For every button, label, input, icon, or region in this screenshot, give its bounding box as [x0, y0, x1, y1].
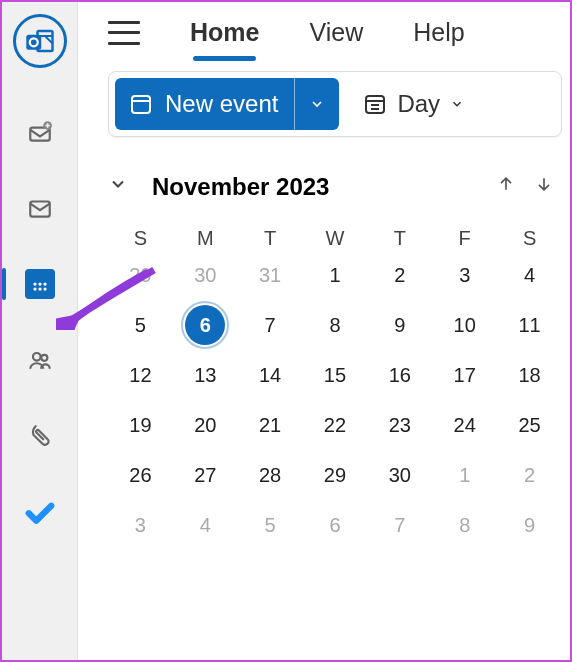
date-cell[interactable]: 2 [497, 450, 562, 500]
date-cell[interactable]: 17 [432, 350, 497, 400]
date-cell[interactable]: 8 [432, 500, 497, 550]
date-cell[interactable]: 29 [303, 450, 368, 500]
left-rail [2, 2, 78, 660]
date-cell[interactable]: 7 [238, 300, 303, 350]
date-cell[interactable]: 13 [173, 350, 238, 400]
month-header: November 2023 [108, 173, 562, 201]
tab-help[interactable]: Help [413, 18, 464, 47]
svg-point-7 [33, 282, 36, 285]
svg-point-14 [41, 355, 47, 361]
date-cell[interactable]: 25 [497, 400, 562, 450]
calendar-day-icon [129, 92, 153, 116]
month-title: November 2023 [152, 173, 478, 201]
outlook-logo[interactable] [13, 14, 67, 68]
date-cell[interactable]: 26 [108, 450, 173, 500]
date-cell[interactable]: 30 [367, 450, 432, 500]
date-row: 12131415161718 [108, 350, 562, 400]
todo-icon[interactable] [20, 492, 60, 532]
date-cell[interactable]: 15 [303, 350, 368, 400]
day-icon [363, 92, 387, 116]
files-icon[interactable] [20, 416, 60, 456]
date-cell[interactable]: 28 [238, 450, 303, 500]
dow-cell: W [303, 227, 368, 250]
svg-rect-15 [132, 96, 150, 113]
tab-home[interactable]: Home [190, 18, 259, 47]
svg-point-11 [38, 287, 41, 290]
date-cell[interactable]: 5 [238, 500, 303, 550]
date-row: 2930311234 [108, 250, 562, 300]
new-event-label: New event [153, 90, 294, 118]
date-cell[interactable]: 23 [367, 400, 432, 450]
date-cell[interactable]: 3 [432, 250, 497, 300]
dow-cell: T [367, 227, 432, 250]
date-cell[interactable]: 4 [173, 500, 238, 550]
dow-cell: T [238, 227, 303, 250]
chevron-down-icon [450, 97, 464, 111]
date-cell[interactable]: 24 [432, 400, 497, 450]
day-view-button[interactable]: Day [349, 78, 472, 130]
date-cell[interactable]: 27 [173, 450, 238, 500]
date-cell[interactable]: 9 [497, 500, 562, 550]
outlook-icon [25, 26, 55, 56]
date-cell[interactable]: 11 [497, 300, 562, 350]
hamburger-icon[interactable] [108, 21, 140, 45]
date-row: 567891011 [108, 300, 562, 350]
people-icon[interactable] [20, 340, 60, 380]
date-cell[interactable]: 14 [238, 350, 303, 400]
date-cell[interactable]: 2 [367, 250, 432, 300]
date-cell[interactable]: 8 [303, 300, 368, 350]
prev-month-button[interactable] [496, 174, 516, 200]
dow-cell: S [497, 227, 562, 250]
date-row: 19202122232425 [108, 400, 562, 450]
svg-rect-1 [26, 35, 41, 50]
day-of-week-row: SMTWTFS [108, 227, 562, 250]
dow-cell: S [108, 227, 173, 250]
date-row: 3456789 [108, 500, 562, 550]
svg-point-8 [38, 282, 41, 285]
date-cell[interactable]: 21 [238, 400, 303, 450]
calendar-icon[interactable] [20, 264, 60, 304]
svg-point-12 [43, 287, 46, 290]
svg-point-9 [43, 282, 46, 285]
date-cell[interactable]: 10 [432, 300, 497, 350]
date-cell[interactable]: 4 [497, 250, 562, 300]
new-event-button[interactable]: New event [115, 78, 339, 130]
chevron-down-icon [309, 96, 325, 112]
date-cell[interactable]: 9 [367, 300, 432, 350]
date-cell[interactable]: 22 [303, 400, 368, 450]
main-content: Home View Help New event Day November 20… [78, 2, 570, 660]
date-cell[interactable]: 3 [108, 500, 173, 550]
toolbar: New event Day [108, 71, 562, 137]
dow-cell: F [432, 227, 497, 250]
date-cell[interactable]: 5 [108, 300, 173, 350]
date-cell[interactable]: 16 [367, 350, 432, 400]
collapse-icon[interactable] [108, 174, 128, 200]
date-cell[interactable]: 31 [238, 250, 303, 300]
tabs-row: Home View Help [108, 18, 562, 47]
tab-view[interactable]: View [309, 18, 363, 47]
date-cell[interactable]: 6 [173, 300, 238, 350]
day-label: Day [397, 90, 440, 118]
dow-cell: M [173, 227, 238, 250]
date-cell[interactable]: 18 [497, 350, 562, 400]
date-cell[interactable]: 20 [173, 400, 238, 450]
date-cell[interactable]: 1 [303, 250, 368, 300]
calendar-grid: 2930311234567891011121314151617181920212… [108, 250, 562, 550]
date-cell[interactable]: 12 [108, 350, 173, 400]
new-mail-icon[interactable] [20, 112, 60, 152]
date-cell[interactable]: 30 [173, 250, 238, 300]
next-month-button[interactable] [534, 174, 554, 200]
new-event-dropdown[interactable] [294, 78, 339, 130]
svg-point-10 [33, 287, 36, 290]
date-cell[interactable]: 29 [108, 250, 173, 300]
date-row: 262728293012 [108, 450, 562, 500]
svg-point-13 [32, 353, 40, 361]
date-cell[interactable]: 1 [432, 450, 497, 500]
date-cell[interactable]: 19 [108, 400, 173, 450]
date-cell[interactable]: 6 [303, 500, 368, 550]
mail-icon[interactable] [20, 188, 60, 228]
date-cell[interactable]: 7 [367, 500, 432, 550]
